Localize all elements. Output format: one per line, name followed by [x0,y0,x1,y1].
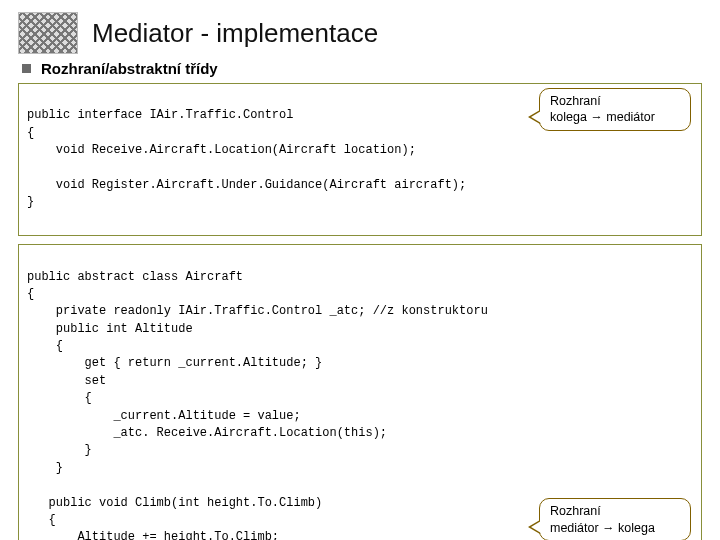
callout-line: Rozhraní [550,94,601,108]
code-line: private readonly IAir.Traffic.Control _a… [27,304,488,318]
callout-abstract: Rozhraní mediátor → kolega [539,498,691,540]
code-block-interface: public interface IAir.Traffic.Control { … [18,83,702,236]
callout-line: mediátor → kolega [550,521,655,535]
code-line: { [27,126,34,140]
callout-line: kolega → mediátor [550,110,655,124]
code-line: public interface IAir.Traffic.Control [27,108,293,122]
callout-interface: Rozhraní kolega → mediátor [539,88,691,131]
code-line: public void Climb(int height.To.Climb) [27,496,322,510]
code-line: } [27,195,34,209]
slide-title: Mediator - implementace [92,18,378,49]
code-line: _atc. Receive.Aircraft.Location(this); [27,426,387,440]
code-line: { [27,339,63,353]
code-line: Altitude += height.To.Climb; [27,530,279,540]
code-line: { [27,287,34,301]
code-line: void Register.Aircraft.Under.Guidance(Ai… [27,178,466,192]
slide-header: Mediator - implementace [18,12,702,54]
bullet-icon [22,64,31,73]
code-block-abstract-class: public abstract class Aircraft { private… [18,244,702,540]
code-line: public abstract class Aircraft [27,270,243,284]
code-line: set [27,374,106,388]
callout-line: Rozhraní [550,504,601,518]
code-line: void Receive.Aircraft.Location(Aircraft … [27,143,416,157]
subtitle-row: Rozhraní/abstraktní třídy [22,60,702,77]
code-line: public int Altitude [27,322,193,336]
subtitle-text: Rozhraní/abstraktní třídy [41,60,218,77]
code-line: { [27,391,92,405]
code-line: } [27,443,92,457]
logo-icon [18,12,78,54]
code-line: _current.Altitude = value; [27,409,301,423]
code-line: get { return _current.Altitude; } [27,356,322,370]
code-line: } [27,461,63,475]
code-line: { [27,513,56,527]
